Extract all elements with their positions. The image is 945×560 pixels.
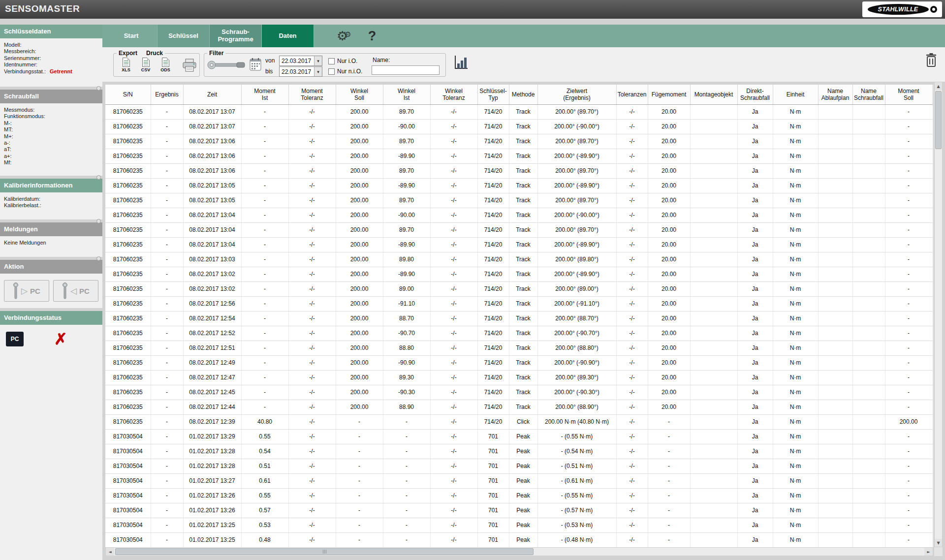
table-row[interactable]: 817060235-08.02.2017 12:47--/-200.0089.3… (105, 370, 932, 385)
table-row[interactable]: 817060235-08.02.2017 13:02--/-200.00-89.… (105, 267, 932, 281)
column-header[interactable]: S/N (105, 85, 151, 104)
app-title: SENSOMASTER (5, 3, 80, 14)
column-header[interactable]: Name Ablaufplan (818, 85, 852, 104)
table-row[interactable]: 817060235-08.02.2017 13:06--/-200.0089.7… (105, 134, 932, 149)
table-row[interactable]: 817060235-08.02.2017 13:04--/-200.00-90.… (105, 208, 932, 222)
ods-export-button[interactable]: ODS (158, 58, 173, 72)
delete-button[interactable] (925, 53, 937, 69)
column-header[interactable]: Winkel Soll (336, 85, 383, 104)
table-row[interactable]: 817060235-08.02.2017 13:05--/-200.00-89.… (105, 178, 932, 193)
table-row[interactable]: 817060235-08.02.2017 13:04--/-200.00-89.… (105, 237, 932, 252)
table-row[interactable]: 817030504-01.02.2017 13:280.51-/----/-70… (105, 459, 932, 473)
calendar-button[interactable] (250, 58, 261, 73)
table-row[interactable]: 817060235-08.02.2017 12:3940.80-/----/-7… (105, 414, 932, 429)
collapse-toggle-icon[interactable] (96, 175, 101, 180)
sidebar-field-label: Identnummer: (4, 62, 98, 68)
table-row[interactable]: 817060235-08.02.2017 13:04--/-200.0089.7… (105, 222, 932, 237)
vertical-scrollbar-thumb[interactable] (935, 91, 942, 149)
table-row[interactable]: 817030504-01.02.2017 13:250.53-/----/-70… (105, 518, 932, 532)
sidebar-field-label: Seriennummer: (4, 55, 98, 62)
scroll-down-arrow-icon[interactable]: ▼ (935, 539, 942, 547)
sidebar-field-label: M+: (4, 133, 98, 140)
table-row[interactable]: 817060235-08.02.2017 13:02--/-200.0089.0… (105, 281, 932, 296)
name-filter-input[interactable] (372, 65, 440, 75)
column-header[interactable]: Einheit (773, 85, 818, 104)
collapse-toggle-icon[interactable] (96, 86, 101, 91)
column-header[interactable]: Ergebnis (151, 85, 183, 104)
column-header[interactable]: Direkt- Schraubfall (737, 85, 773, 104)
only-nok-checkbox[interactable]: Nur n.i.O. (328, 68, 362, 75)
column-header[interactable]: Fügemoment (648, 85, 690, 104)
wrench-icon (13, 282, 19, 299)
scroll-up-arrow-icon[interactable]: ▲ (935, 82, 942, 90)
table-row[interactable]: 817060235-08.02.2017 12:56--/-200.00-91.… (105, 296, 932, 311)
scroll-left-arrow-icon[interactable]: ◄ (106, 548, 114, 556)
table-row[interactable]: 817060235-08.02.2017 13:03--/-200.0089.8… (105, 252, 932, 267)
sidebar-field-label: Funktionsmodus: (4, 113, 98, 120)
table-row[interactable]: 817030504-01.02.2017 13:290.55-/----/-70… (105, 429, 932, 444)
date-from-dropdown[interactable]: 22.03.2017 ▾ (279, 56, 322, 66)
table-row[interactable]: 817030504-01.02.2017 13:270.61-/----/-70… (105, 473, 932, 488)
torque-wrench-image (207, 60, 246, 72)
table-row[interactable]: 817060235-08.02.2017 12:49--/-200.00-90.… (105, 355, 932, 370)
table-row[interactable]: 817060235-08.02.2017 12:51--/-200.0088.8… (105, 341, 932, 355)
send-to-pc-button[interactable]: ▷ PC (4, 280, 49, 302)
bar-chart-icon (454, 55, 469, 70)
column-header[interactable]: Winkel Ist (383, 85, 430, 104)
tab-start[interactable]: Start (105, 25, 158, 47)
csv-export-button[interactable]: CSV (138, 58, 153, 72)
table-row[interactable]: 817060235-08.02.2017 12:44--/-200.0088.9… (105, 400, 932, 414)
table-row[interactable]: 817030504-01.02.2017 13:260.57-/----/-70… (105, 503, 932, 518)
table-row[interactable]: 817030504-01.02.2017 13:250.48-/----/-70… (105, 532, 932, 547)
settings-gear-icon[interactable]: ⚙⚙ (337, 29, 351, 43)
horizontal-scrollbar-thumb[interactable] (115, 548, 534, 555)
table-row[interactable]: 817060235-08.02.2017 12:45--/-200.00-90.… (105, 385, 932, 400)
sidebar-section-schluesseldaten: Schlüsseldaten Modell:Messbereich:Serien… (0, 25, 102, 87)
column-header[interactable]: Name Schraubfall (852, 85, 885, 104)
xls-export-button[interactable]: XLS (119, 58, 133, 72)
table-row[interactable]: 817060235-08.02.2017 13:07--/-200.00-90.… (105, 119, 932, 134)
table-row[interactable]: 817060235-08.02.2017 13:06--/-200.00-89.… (105, 149, 932, 163)
column-header[interactable]: Zielwert (Ergebnis) (537, 85, 616, 104)
section-header-verbindungsstatus: Verbindungsstatus (0, 311, 102, 325)
table-row[interactable]: 817060235-08.02.2017 13:05--/-200.0089.7… (105, 193, 932, 208)
column-header[interactable]: Toleranzen (616, 85, 648, 104)
column-header[interactable]: Winkel Toleranz (430, 85, 477, 104)
tab-schraub-programme[interactable]: Schraub-Programme (210, 25, 262, 47)
sidebar-field-label: Messmodus: (4, 107, 98, 113)
column-header[interactable]: Moment Soll (885, 85, 932, 104)
chart-button[interactable] (454, 55, 469, 72)
horizontal-scrollbar[interactable]: ◄ ► (105, 547, 933, 556)
sidebar-field-label: Kalibrierdatum: (4, 196, 98, 202)
settings-gear-small-icon: ⚙ (345, 30, 351, 39)
column-header[interactable]: Zeit (183, 85, 241, 104)
date-to-dropdown[interactable]: 22.03.2017 ▾ (279, 66, 322, 77)
collapse-toggle-icon[interactable] (96, 219, 101, 223)
table-row[interactable]: 817060235-08.02.2017 12:52--/-200.00-90.… (105, 326, 932, 341)
column-header[interactable]: Moment Ist (241, 85, 288, 104)
trash-icon (925, 53, 937, 67)
table-row[interactable]: 817060235-08.02.2017 13:06--/-200.0089.7… (105, 163, 932, 178)
receive-from-pc-button[interactable]: ◁ PC (53, 280, 98, 302)
column-header[interactable]: Methode (509, 85, 537, 104)
column-header[interactable]: Montageobjekt (690, 85, 737, 104)
table-row[interactable]: 817030504-01.02.2017 13:260.55-/----/-70… (105, 488, 932, 503)
sidebar: Schlüsseldaten Modell:Messbereich:Serien… (0, 25, 102, 560)
column-header[interactable]: Schlüssel- Typ (477, 85, 509, 104)
collapse-toggle-icon[interactable] (96, 256, 101, 261)
export-druck-group: Export Druck XLSCSVODS (113, 53, 200, 77)
print-button[interactable] (182, 59, 197, 74)
only-ok-checkbox[interactable]: Nur i.O. (328, 58, 357, 64)
help-icon[interactable]: ? (368, 29, 377, 44)
vertical-scrollbar[interactable]: ▲ ▼ (934, 82, 943, 547)
table-row[interactable]: 817060235-08.02.2017 13:07--/-200.0089.7… (105, 104, 932, 119)
table-row[interactable]: 817060235-08.02.2017 12:54--/-200.0088.7… (105, 311, 932, 326)
sidebar-section-verbindungsstatus: Verbindungsstatus PC ✗ (0, 311, 102, 560)
column-header[interactable]: Moment Toleranz (288, 85, 336, 104)
tab-daten[interactable]: Daten (262, 25, 314, 47)
table-row[interactable]: 817030504-01.02.2017 13:280.54-/----/-70… (105, 444, 932, 459)
scroll-right-arrow-icon[interactable]: ► (924, 548, 933, 556)
back-arrow-icon: ◁ (70, 286, 77, 296)
csv-file-icon (142, 58, 150, 67)
tab-schluessel[interactable]: Schlüssel (158, 25, 210, 47)
